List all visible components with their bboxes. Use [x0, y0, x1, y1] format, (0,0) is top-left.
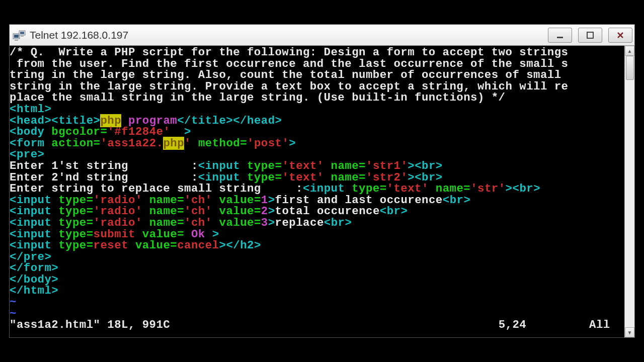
- svg-rect-6: [557, 37, 563, 38]
- content-area: /* Q. Write a PHP script for the followi…: [10, 46, 634, 337]
- svg-rect-5: [21, 36, 24, 37]
- status-pos: 5,24: [499, 318, 527, 331]
- svg-rect-2: [15, 40, 18, 41]
- svg-rect-4: [20, 32, 24, 34]
- maximize-button[interactable]: [578, 28, 602, 43]
- scroll-thumb[interactable]: [626, 56, 634, 80]
- status-file: "ass1a2.html" 18L, 991C: [10, 318, 170, 331]
- telnet-icon: [13, 29, 26, 42]
- window-title: Telnet 192.168.0.197: [30, 29, 542, 41]
- scrollbar[interactable]: ▲ ▼: [624, 46, 634, 337]
- minimize-button[interactable]: [548, 28, 572, 43]
- scroll-up-icon[interactable]: ▲: [625, 46, 634, 56]
- terminal[interactable]: /* Q. Write a PHP script for the followi…: [10, 46, 624, 337]
- svg-rect-7: [587, 32, 593, 38]
- svg-rect-1: [14, 35, 19, 38]
- window: Telnet 192.168.0.197 /* Q. Write a PHP s…: [9, 24, 635, 338]
- code-line: place the small string in the large stri…: [10, 91, 506, 104]
- close-button[interactable]: [608, 28, 632, 43]
- titlebar: Telnet 192.168.0.197: [10, 25, 634, 46]
- status-all: All: [589, 318, 610, 331]
- scroll-down-icon[interactable]: ▼: [625, 327, 634, 337]
